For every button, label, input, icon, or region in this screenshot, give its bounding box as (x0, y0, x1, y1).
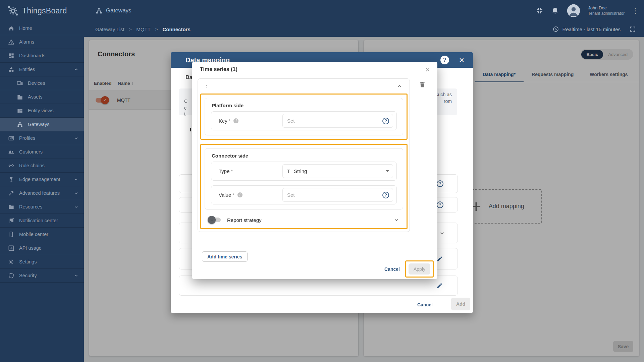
cancel-button[interactable]: Cancel (417, 302, 433, 307)
entity-views-icon (17, 108, 23, 114)
key-label: Key (219, 118, 227, 124)
profiles-badge-icon (8, 135, 14, 141)
sidebar-item-customers[interactable]: Customers (0, 145, 84, 159)
required-mark: * (232, 192, 234, 198)
sidebar-item-entities[interactable]: Entities (0, 63, 84, 76)
assets-building-icon (17, 94, 23, 100)
delete-trash-icon[interactable] (419, 81, 426, 88)
time-series-dialog: Time series (1) × : Platform side Key * … (192, 62, 437, 279)
flag-icon (8, 218, 14, 224)
chevron-down-icon (73, 176, 79, 182)
item-expander-row[interactable]: : (198, 79, 410, 94)
breadcrumb-gateway-list[interactable]: Gateway List (95, 26, 124, 32)
sidebar-item-rule-chains[interactable]: Rule chains (0, 159, 84, 173)
report-strategy-label: Report strategy (227, 217, 262, 223)
type-selected-value: String (294, 168, 307, 174)
breadcrumb-separator: > (129, 27, 132, 32)
time-series-dialog-footer: Cancel Apply (384, 260, 434, 278)
chevron-down-icon[interactable] (439, 230, 445, 236)
rule-chains-icon (8, 163, 14, 169)
sidebar-item-dashboards[interactable]: Dashboards (0, 49, 84, 63)
info-icon: i (237, 192, 243, 197)
notifications-bell-icon[interactable] (551, 7, 559, 15)
partial-info-text: such as (436, 92, 452, 97)
time-series-dialog-header: Time series (1) (192, 62, 437, 77)
help-icon[interactable]: ? (440, 56, 449, 64)
topbar-actions: John Doe Tenant administrator ⋮ (536, 4, 637, 18)
fullscreen-icon[interactable] (629, 26, 636, 33)
value-input[interactable] (287, 192, 382, 198)
breadcrumb-connectors: Connectors (162, 26, 190, 32)
sidebar-item-home[interactable]: Home (0, 21, 84, 35)
sidebar-item-notification-center[interactable]: Notification center (0, 214, 84, 228)
devices-icon (17, 80, 23, 86)
tools-icon (8, 190, 14, 196)
user-avatar[interactable] (567, 4, 581, 18)
time-series-item-card: : Platform side Key * i ? Connector sid (198, 78, 410, 232)
dashboard-grid-icon (8, 53, 14, 59)
sidebar-item-mobile-center[interactable]: Mobile center (0, 228, 84, 241)
chart-icon (8, 245, 14, 251)
connector-side-heading: Connector side (212, 153, 403, 159)
sidebar-item-entity-views[interactable]: Entity views (0, 104, 84, 118)
entities-category-icon (8, 66, 14, 73)
breadcrumb-mqtt[interactable]: MQTT (136, 26, 151, 32)
help-circle-icon[interactable]: ? (437, 180, 443, 187)
required-mark: * (229, 118, 230, 124)
close-icon[interactable]: × (459, 56, 464, 64)
connector-side-section: Connector side Type * T String Value * i (205, 148, 403, 209)
alarm-triangle-icon (8, 39, 14, 45)
add-time-series-button[interactable]: Add time series (202, 251, 248, 262)
toggle-minus-icon: − (208, 216, 216, 224)
platform-side-section: Platform side Key * i ? (205, 98, 403, 135)
chevron-up-icon[interactable] (396, 83, 403, 89)
clock-icon (552, 26, 559, 33)
sidebar-item-resources[interactable]: Resources (0, 200, 84, 214)
phone-icon (8, 231, 14, 238)
sidebar-item-settings[interactable]: Settings (0, 255, 84, 269)
type-field-row: Type * T String (211, 162, 397, 181)
sidebar-item-profiles[interactable]: Profiles (0, 131, 84, 145)
chevron-down-icon (73, 190, 79, 196)
cancel-button[interactable]: Cancel (384, 266, 400, 272)
folder-icon (8, 204, 14, 210)
connector-side-highlight: Connector side Type * T String Value * i (200, 144, 408, 229)
type-label: Type (219, 168, 230, 174)
sidebar-item-devices[interactable]: Devices (0, 76, 84, 90)
gateways-hub-icon (95, 7, 103, 14)
edit-pencil-icon[interactable] (436, 283, 443, 289)
chevron-up-icon (73, 66, 79, 72)
dropdown-caret-icon (386, 170, 389, 172)
add-button[interactable]: Add (451, 298, 470, 310)
sidebar-item-edge-management[interactable]: Edge management (0, 173, 84, 186)
partial-section-text: I (190, 127, 191, 132)
chevron-down-icon (73, 273, 79, 279)
sidebar-item-assets[interactable]: Assets (0, 90, 84, 104)
brand-name: ThingsBoard (22, 6, 67, 15)
fullscreen-exit-icon[interactable] (536, 7, 544, 15)
platform-side-highlight: Platform side Key * i ? (200, 94, 408, 140)
realtime-range-button[interactable]: Realtime - last 15 minutes (552, 26, 621, 33)
help-circle-icon[interactable]: ? (382, 192, 389, 198)
help-circle-icon[interactable]: ? (382, 118, 389, 124)
type-select[interactable]: T String (282, 164, 393, 178)
sidebar-item-api-usage[interactable]: API usage (0, 241, 84, 255)
sidebar-item-security[interactable]: Security (0, 269, 84, 283)
help-circle-icon[interactable]: ? (437, 201, 443, 208)
breadcrumb-bar: Gateway List > MQTT > Connectors Realtim… (84, 21, 644, 37)
time-controls: Realtime - last 15 minutes (552, 26, 636, 33)
info-icon: i (233, 118, 238, 123)
close-icon[interactable]: × (425, 66, 430, 74)
apply-button[interactable]: Apply (409, 263, 430, 275)
chevron-down-icon[interactable] (393, 217, 400, 223)
sidebar: ThingsBoard Home Alarms Dashboards Entit… (0, 0, 84, 362)
report-strategy-toggle[interactable]: − (209, 218, 221, 222)
report-strategy-row: − Report strategy (201, 213, 407, 227)
brand-logo[interactable]: ThingsBoard (0, 0, 84, 21)
user-menu[interactable]: John Doe Tenant administrator (588, 5, 625, 16)
more-options-icon[interactable]: ⋮ (632, 7, 637, 15)
sidebar-item-gateways[interactable]: Gateways (0, 118, 84, 131)
key-input[interactable] (287, 118, 382, 124)
sidebar-item-alarms[interactable]: Alarms (0, 35, 84, 49)
sidebar-item-advanced-features[interactable]: Advanced features (0, 186, 84, 200)
